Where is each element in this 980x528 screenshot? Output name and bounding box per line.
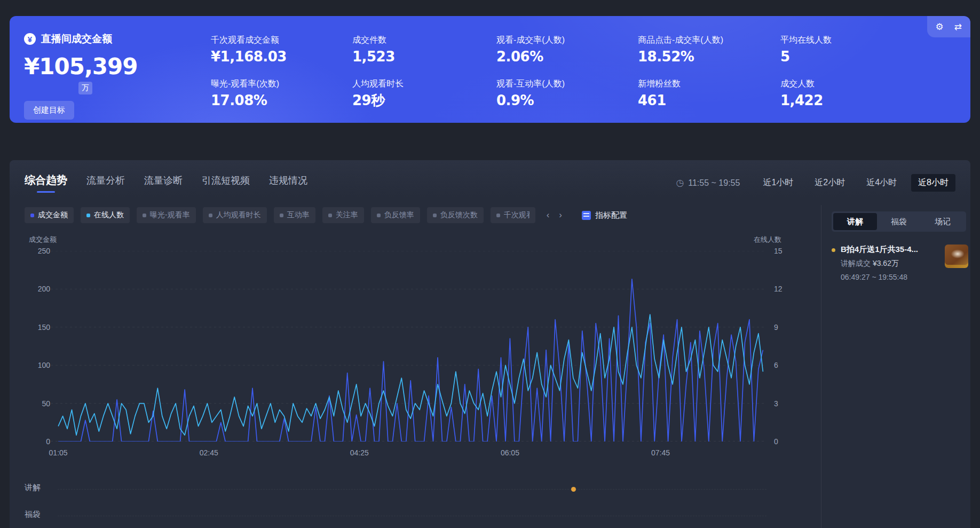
time-preset-button[interactable]: 近8小时 [911, 174, 955, 192]
metric-column: 成交件数1,523人均观看时长29秒 [352, 34, 491, 122]
metric-label: 观看-成交率(人数) [496, 34, 635, 46]
gear-icon[interactable]: ⚙ [936, 22, 944, 31]
legend-chip[interactable]: 曝光-观看率 [137, 207, 196, 223]
item-time-range: 06:49:27 ~ 19:55:48 [841, 273, 939, 281]
left-tick-label: 150 [38, 323, 50, 332]
explain-list-item[interactable]: B拍4斤送1斤共35-4... 讲解成交 ¥3.62万 06:49:27 ~ 1… [832, 245, 968, 281]
side-tab-场记[interactable]: 场记 [921, 213, 965, 230]
side-tab-讲解[interactable]: 讲解 [833, 213, 877, 230]
legend-dot-icon [496, 214, 500, 217]
banner-corner-actions: ⚙ ⇄ [927, 16, 971, 37]
chevron-right-icon[interactable]: › [559, 210, 562, 220]
legend-dot-icon [377, 214, 381, 217]
right-tick-label: 12 [774, 285, 783, 293]
x-axis-labels: 01:0502:4504:2506:0507:45 [51, 448, 766, 459]
tab-item[interactable]: 流量诊断 [144, 174, 183, 192]
legend-chip[interactable]: 负反馈次数 [427, 207, 484, 223]
legend-chip[interactable]: 互动率 [274, 207, 315, 223]
metric-column: 平均在线人数5成交人数1,422 [780, 34, 919, 122]
clock-icon: ◷ [676, 177, 684, 188]
timeline-row-label: 福袋 [25, 509, 41, 518]
unit-badge: 万 [78, 82, 92, 94]
metric-value: 1,422 [780, 91, 919, 109]
left-tick-label: 50 [42, 399, 50, 408]
metric-value: 461 [638, 91, 777, 109]
metric-value: 18.52% [638, 48, 777, 66]
timeline-track [58, 516, 766, 516]
right-tick-label: 6 [774, 361, 778, 369]
timeline-row-explain: 讲解 [25, 483, 766, 497]
legend-chips-row: 成交金额在线人数曝光-观看率人均观看时长互动率关注率负反馈率负反馈次数千次观看 … [25, 207, 627, 223]
trend-chart[interactable] [51, 251, 766, 442]
item-title: B拍4斤送1斤共35-4... [841, 245, 939, 255]
metric-label: 千次观看成交金额 [211, 34, 350, 46]
right-tick-label: 9 [774, 323, 778, 332]
legend-chip-label: 关注率 [336, 210, 358, 220]
metric-value: 29秒 [352, 91, 491, 109]
metric-value: ¥1,168.03 [211, 48, 350, 66]
side-panel-divider [821, 205, 821, 528]
left-axis-ticks: 250200150100500 [25, 247, 50, 446]
time-preset-button[interactable]: 近2小时 [808, 174, 852, 192]
legend-chip[interactable]: 成交金额 [25, 207, 74, 223]
right-axis-ticks: 15129630 [774, 247, 792, 446]
metric-value: 0.9% [496, 91, 635, 109]
legend-chip-label: 负反馈率 [384, 210, 414, 220]
tab-item[interactable]: 流量分析 [86, 174, 125, 192]
metric-column: 商品点击-成交率(人数)18.52%新增粉丝数461 [638, 34, 777, 122]
legend-dot-icon [143, 214, 146, 217]
time-preset-button[interactable]: 近4小时 [859, 174, 904, 192]
legend-dot-icon [86, 214, 90, 217]
time-preset-button[interactable]: 近1小时 [756, 174, 800, 192]
right-tick-label: 15 [774, 247, 783, 255]
time-range: ◷ 11:55 ~ 19:55 [676, 177, 740, 188]
x-tick-label: 02:45 [200, 448, 218, 457]
metric-label: 商品点击-成交率(人数) [638, 34, 777, 46]
left-tick-label: 0 [46, 437, 50, 446]
primary-metric-block: ¥ 直播间成交金额 ¥105,399 万 创建目标 [24, 32, 200, 120]
timeline-row-lucky-bag: 福袋 [25, 509, 766, 523]
legend-dot-icon [280, 214, 283, 217]
legend-chip[interactable]: 在线人数 [81, 207, 130, 223]
metric-label: 平均在线人数 [780, 34, 919, 46]
create-goal-button[interactable]: 创建目标 [24, 101, 74, 120]
x-tick-label: 04:25 [350, 448, 369, 457]
left-tick-label: 250 [38, 247, 50, 255]
item-deal-value: ¥3.62万 [873, 259, 899, 267]
legend-chip[interactable]: 负反馈率 [371, 207, 420, 223]
metric-label: 成交人数 [780, 78, 919, 90]
right-axis-title: 在线人数 [754, 235, 781, 245]
trend-tabs: 综合趋势流量分析流量诊断引流短视频违规情况 [25, 173, 307, 193]
metric-label: 曝光-观看率(次数) [211, 78, 350, 90]
legend-chip[interactable]: 人均观看时长 [203, 207, 267, 223]
timeline-row-label: 讲解 [25, 483, 41, 492]
metric-value: 17.08% [211, 91, 350, 109]
yen-circle-icon: ¥ [24, 33, 36, 45]
legend-chip[interactable]: 千次观看 [491, 207, 535, 223]
metric-config-button[interactable]: 指标配置 [582, 210, 627, 220]
chevron-left-icon[interactable]: ‹ [547, 210, 550, 220]
primary-metric-label: 直播间成交金额 [41, 32, 112, 46]
legend-chip-label: 负反馈次数 [440, 210, 478, 220]
legend-chip-label: 互动率 [287, 210, 310, 220]
x-tick-label: 01:05 [49, 448, 68, 457]
tab-item[interactable]: 引流短视频 [202, 174, 250, 192]
item-deal-label: 讲解成交 [841, 259, 871, 267]
primary-metric-value: ¥105,399 [24, 53, 200, 80]
right-tick-label: 3 [774, 399, 778, 408]
legend-chip[interactable]: 关注率 [322, 207, 364, 223]
product-thumbnail [945, 245, 968, 268]
side-tab-福袋[interactable]: 福袋 [877, 213, 921, 230]
metric-column: 千次观看成交金额¥1,168.03曝光-观看率(次数)17.08% [211, 34, 350, 122]
legend-dot-icon [209, 214, 212, 217]
tab-item[interactable]: 违规情况 [269, 174, 307, 192]
time-presets: 近1小时近2小时近4小时近8小时 [756, 174, 955, 192]
x-tick-label: 06:05 [501, 448, 519, 457]
metric-label: 新增粉丝数 [638, 78, 777, 90]
legend-dot-icon [328, 214, 332, 217]
metric-label: 成交件数 [352, 34, 491, 46]
swap-icon[interactable]: ⇄ [954, 22, 962, 31]
explain-marker-dot[interactable] [571, 487, 576, 492]
config-icon [582, 211, 591, 220]
tab-overview[interactable]: 综合趋势 [25, 173, 67, 193]
